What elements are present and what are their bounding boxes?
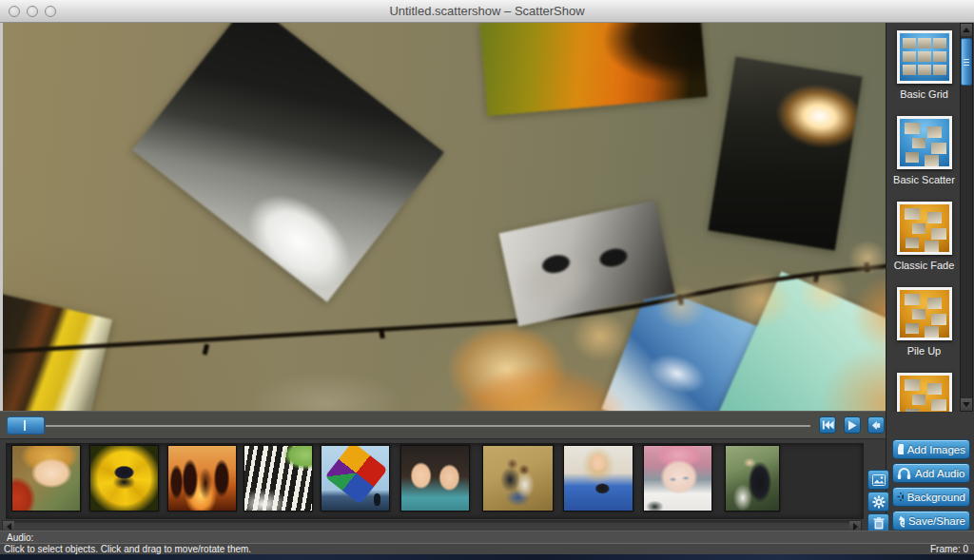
timeline-bar (0, 411, 886, 439)
media-thumbnail[interactable] (482, 445, 554, 512)
audio-mute-button[interactable] (867, 416, 885, 434)
speaker-icon (871, 420, 882, 431)
arrow-up-icon (963, 28, 970, 32)
media-thumbnail[interactable] (89, 445, 159, 512)
play-icon (847, 420, 857, 431)
titlebar: Untitled.scattershow – ScatterShow (0, 0, 974, 23)
template-item-pile-up[interactable]: Pile Up (886, 280, 962, 365)
rewind-icon (822, 420, 834, 430)
template-thumbnail (897, 287, 952, 340)
hint-text: Click to select objects. Click and drag … (4, 544, 251, 554)
slideshow-preview-canvas[interactable] (0, 23, 886, 411)
right-panel: Basic Grid Basic Scatter Classic Fade Pi… (886, 23, 974, 531)
template-label: Basic Scatter (886, 174, 962, 185)
template-art-scatter (900, 376, 949, 412)
play-button[interactable] (844, 416, 861, 434)
template-item-basic-scatter[interactable]: Basic Scatter (886, 108, 962, 194)
template-list: Basic Grid Basic Scatter Classic Fade Pi… (886, 23, 962, 412)
status-bar: Click to select objects. Click and drag … (0, 543, 974, 554)
template-label: Pile Up (886, 345, 962, 357)
media-thumbnail[interactable] (400, 445, 470, 512)
save-share-button[interactable]: Save/Share (892, 511, 970, 531)
template-thumbnail (897, 30, 952, 84)
template-item-partial[interactable] (886, 365, 962, 412)
template-thumbnail (897, 202, 952, 255)
trash-icon (873, 517, 885, 530)
timeline-track[interactable] (46, 425, 810, 427)
desktop-strip (0, 554, 974, 560)
template-thumbnail (897, 373, 952, 412)
rewind-button[interactable] (819, 416, 836, 434)
add-audio-label: Add Audio (915, 468, 964, 479)
media-thumbnail[interactable] (244, 445, 313, 512)
template-art-scatter (900, 290, 949, 338)
frame-counter: Frame: 0 (930, 544, 968, 554)
window-title: Untitled.scattershow – ScatterShow (0, 4, 974, 18)
template-label: Basic Grid (886, 88, 962, 100)
image-settings-button[interactable] (867, 470, 889, 490)
media-bin-panel (0, 439, 886, 531)
photo-sunburst[interactable] (708, 57, 862, 251)
media-thumbnail[interactable] (321, 445, 390, 512)
template-label: Classic Fade (886, 260, 962, 271)
add-images-label: Add Images (907, 444, 965, 455)
scroll-up-button[interactable] (961, 24, 972, 36)
photo-icon (872, 474, 886, 486)
camera-icon (897, 443, 904, 455)
template-scrollbar[interactable] (960, 23, 973, 412)
template-art-scatter (900, 119, 949, 166)
media-thumbnail[interactable] (643, 445, 712, 512)
media-thumbnail[interactable] (11, 445, 81, 512)
scattershow-window: Untitled.scattershow – ScatterShow (0, 0, 974, 560)
preview-scene (3, 23, 886, 411)
save-share-label: Save/Share (908, 515, 965, 527)
scrollbar-thumb[interactable] (961, 38, 972, 86)
audio-status-bar: Audio: (0, 531, 974, 543)
media-thumbnail[interactable] (563, 445, 633, 512)
gear-icon (872, 495, 886, 509)
template-thumbnail (897, 116, 952, 169)
background-button[interactable]: Background (892, 487, 970, 507)
settings-button[interactable] (867, 492, 889, 512)
scroll-down-button[interactable] (961, 398, 972, 411)
audio-label: Audio: (7, 532, 33, 543)
template-art-scatter (900, 204, 949, 252)
timeline-scrubber-handle[interactable] (7, 416, 45, 434)
template-art-grid (900, 33, 949, 81)
add-audio-button[interactable]: Add Audio (892, 463, 970, 483)
headphones-icon (897, 467, 911, 479)
arrow-right-icon (853, 523, 858, 531)
template-item-classic-fade[interactable]: Classic Fade (886, 194, 962, 280)
media-thumbnail[interactable] (725, 445, 780, 512)
add-images-button[interactable]: Add Images (892, 439, 970, 459)
arrow-left-icon (7, 523, 11, 531)
background-label: Background (907, 492, 965, 503)
arrow-down-icon (963, 402, 970, 407)
sun-icon (897, 491, 904, 503)
crown-face-icon (897, 514, 905, 528)
media-thumbnail[interactable] (167, 445, 237, 512)
template-item-basic-grid[interactable]: Basic Grid (886, 23, 962, 108)
